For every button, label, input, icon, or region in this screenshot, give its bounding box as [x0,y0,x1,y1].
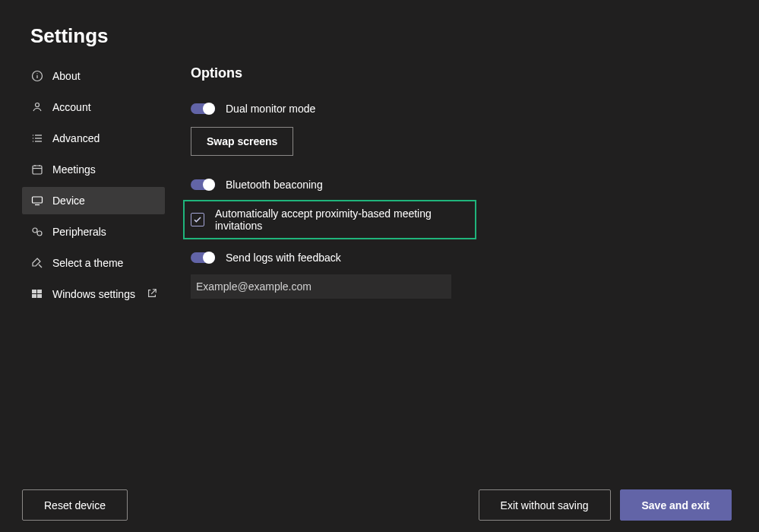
svg-point-9 [33,141,33,141]
sidebar: About Account Advanced Meetings [22,62,165,312]
main-panel: Options Dual monitor mode Swap screens B… [191,65,723,299]
sidebar-item-label: Meetings [52,163,96,176]
bluetooth-label: Bluetooth beaconing [226,179,323,191]
auto-accept-checkbox[interactable] [191,213,204,226]
svg-point-16 [33,228,37,233]
save-and-exit-button[interactable]: Save and exit [620,489,732,521]
svg-rect-18 [32,290,36,293]
external-link-icon [147,288,159,300]
svg-rect-21 [37,294,42,298]
sidebar-item-peripherals[interactable]: Peripherals [22,218,165,245]
svg-point-3 [36,103,40,107]
sidebar-item-label: Peripherals [52,226,106,238]
svg-rect-10 [33,166,42,174]
sidebar-item-theme[interactable]: Select a theme [22,249,165,277]
info-icon [31,70,43,82]
calendar-icon [31,163,43,176]
reset-device-button[interactable]: Reset device [22,489,128,521]
auto-accept-label: Automatically accept proximity-based mee… [215,207,469,232]
peripherals-icon [31,226,43,238]
sidebar-item-advanced[interactable]: Advanced [22,125,165,152]
row-send-logs: Send logs with feedback [191,252,723,264]
sidebar-item-label: Device [52,195,85,207]
sidebar-item-about[interactable]: About [22,62,165,90]
page-title: Settings [30,24,109,48]
svg-point-7 [33,135,33,135]
sidebar-item-label: Advanced [52,132,100,144]
monitor-icon [31,195,43,207]
bluetooth-toggle[interactable] [191,179,215,190]
svg-rect-19 [37,290,42,293]
row-bluetooth: Bluetooth beaconing [191,179,723,191]
swap-screens-button[interactable]: Swap screens [191,127,293,156]
feedback-email-input[interactable] [191,274,451,299]
sidebar-item-windows-settings[interactable]: Windows settings [22,280,165,308]
theme-icon [31,257,43,269]
svg-point-17 [37,231,42,236]
list-icon [31,132,43,144]
footer: Reset device Exit without saving Save an… [22,489,732,521]
row-dual-monitor: Dual monitor mode [191,103,723,115]
sidebar-item-label: About [52,70,81,82]
svg-rect-14 [33,197,43,203]
sidebar-item-label: Account [52,101,91,113]
svg-point-2 [36,73,37,74]
exit-without-saving-button[interactable]: Exit without saving [479,489,611,521]
auto-accept-highlight: Automatically accept proximity-based mee… [183,200,476,239]
person-icon [31,101,43,113]
windows-icon [31,288,43,300]
section-title: Options [191,65,723,81]
sidebar-item-meetings[interactable]: Meetings [22,156,165,183]
sidebar-item-label: Select a theme [52,257,123,269]
sidebar-item-account[interactable]: Account [22,93,165,121]
svg-point-8 [33,138,33,138]
dual-monitor-toggle[interactable] [191,103,215,114]
send-logs-toggle[interactable] [191,252,215,263]
send-logs-label: Send logs with feedback [226,252,341,264]
svg-rect-20 [32,294,36,298]
dual-monitor-label: Dual monitor mode [226,103,315,115]
sidebar-item-device[interactable]: Device [22,187,165,214]
sidebar-item-label: Windows settings [52,288,135,300]
